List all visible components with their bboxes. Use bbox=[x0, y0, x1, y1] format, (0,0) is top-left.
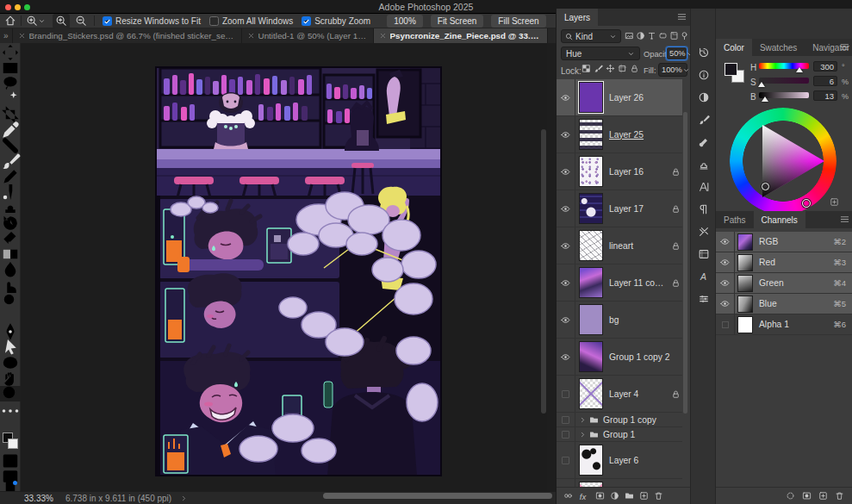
layer-name[interactable]: Layer 16 bbox=[609, 167, 669, 177]
layer-name[interactable]: Layer 26 bbox=[609, 93, 682, 103]
tab-color[interactable]: Color bbox=[716, 39, 752, 56]
channel-row[interactable]: Blue ⌘5 bbox=[716, 294, 852, 314]
fill-screen-button[interactable]: Fill Screen bbox=[491, 15, 545, 28]
zoom-in-button[interactable] bbox=[53, 14, 70, 28]
layer-visibility-toggle[interactable] bbox=[557, 227, 575, 264]
hue-value-field[interactable]: 300 bbox=[813, 61, 837, 72]
status-chevron-icon[interactable] bbox=[180, 495, 188, 502]
ring-selector[interactable] bbox=[802, 199, 811, 208]
glyphs-panel-icon[interactable]: A bbox=[691, 267, 716, 286]
layer-visibility-toggle[interactable] bbox=[557, 264, 575, 301]
channel-row[interactable]: RGB ⌘2 bbox=[716, 232, 852, 252]
layer-name[interactable]: Layer 25 bbox=[609, 130, 682, 140]
paragraph-panel-icon[interactable] bbox=[691, 200, 716, 219]
opacity-field[interactable]: 50% bbox=[666, 47, 687, 60]
layer-visibility-toggle[interactable] bbox=[557, 427, 575, 441]
layer-effects-icon[interactable]: fx bbox=[578, 490, 590, 502]
lock-position-icon[interactable] bbox=[606, 64, 615, 73]
brushes-panel-icon[interactable] bbox=[691, 133, 716, 152]
link-layers-icon[interactable] bbox=[563, 491, 573, 501]
new-channel-icon[interactable] bbox=[818, 491, 828, 501]
layer-visibility-toggle[interactable] bbox=[557, 413, 575, 426]
group-name[interactable]: Group 1 bbox=[603, 430, 682, 439]
zoom-out-button[interactable] bbox=[75, 14, 87, 28]
layer-thumbnail[interactable] bbox=[579, 445, 603, 476]
layer-row[interactable]: Layer 26 bbox=[557, 79, 682, 116]
channel-visibility-toggle[interactable] bbox=[716, 232, 735, 252]
saturation-value-field[interactable]: 6 bbox=[813, 76, 837, 86]
channel-row[interactable]: Alpha 1 ⌘6 bbox=[716, 314, 852, 335]
filter-pin-icon[interactable] bbox=[680, 31, 689, 40]
panel-menu-icon[interactable] bbox=[840, 215, 849, 224]
canvas-horizontal-scrollbar[interactable] bbox=[323, 493, 552, 499]
brush-settings-panel-icon[interactable] bbox=[691, 110, 716, 129]
channel-visibility-toggle[interactable] bbox=[716, 252, 735, 272]
background-color-swatch[interactable] bbox=[8, 439, 18, 449]
layer-visibility-toggle[interactable] bbox=[557, 190, 575, 227]
lock-transparency-icon[interactable] bbox=[581, 64, 591, 73]
tab-layers[interactable]: Layers bbox=[557, 9, 598, 26]
zoom-tool-selected[interactable] bbox=[0, 386, 21, 401]
filter-adjustment-icon[interactable] bbox=[636, 31, 645, 40]
zoom-percentage-field[interactable]: 33.33% bbox=[24, 494, 53, 503]
layer-name[interactable]: Layer 11 copy 3 bbox=[609, 278, 669, 288]
clone-source-panel-icon[interactable] bbox=[691, 155, 716, 174]
layer-row[interactable]: Group 1 copy 2 bbox=[557, 339, 682, 376]
saturation-slider-handle[interactable] bbox=[758, 82, 765, 87]
layer-visibility-toggle[interactable] bbox=[557, 376, 575, 412]
channel-row[interactable]: Red ⌘3 bbox=[716, 252, 852, 273]
zoom-100-button[interactable]: 100% bbox=[387, 15, 423, 28]
fit-screen-button[interactable]: Fit Screen bbox=[431, 15, 484, 28]
delete-layer-icon[interactable] bbox=[654, 491, 663, 501]
tool-presets-panel-icon[interactable] bbox=[691, 222, 716, 241]
artwork-canvas[interactable] bbox=[155, 66, 442, 476]
load-selection-icon[interactable] bbox=[786, 491, 795, 501]
layer-visibility-toggle[interactable] bbox=[557, 302, 575, 338]
channel-name[interactable]: Red bbox=[759, 258, 833, 267]
channel-name[interactable]: RGB bbox=[759, 237, 833, 246]
layer-name[interactable]: lineart bbox=[609, 241, 669, 251]
filter-smart-object-icon[interactable] bbox=[669, 31, 679, 40]
adjustments-panel-icon[interactable] bbox=[691, 88, 716, 107]
layer-name[interactable]: Layer 6 bbox=[609, 456, 682, 465]
filter-pixel-icon[interactable] bbox=[625, 31, 634, 40]
layer-row[interactable]: Layer 6 bbox=[557, 442, 682, 479]
layer-filter-dropdown[interactable]: Kind bbox=[561, 29, 621, 43]
layer-name[interactable]: bg bbox=[609, 315, 682, 325]
layer-row[interactable]: Layer 16 bbox=[557, 153, 682, 190]
group-name[interactable]: Group 1 copy bbox=[603, 415, 682, 425]
layer-thumbnail[interactable] bbox=[579, 267, 603, 298]
character-panel-icon[interactable] bbox=[691, 177, 716, 196]
close-tab-icon[interactable] bbox=[247, 32, 255, 40]
channel-visibility-toggle[interactable] bbox=[716, 294, 735, 314]
layer-name[interactable]: Layer 4 bbox=[609, 389, 669, 399]
tab-overflow-chevrons[interactable]: » bbox=[0, 28, 13, 43]
brightness-slider-handle[interactable] bbox=[762, 96, 768, 102]
resize-windows-checkbox[interactable]: Resize Windows to Fit bbox=[103, 14, 209, 28]
libraries-panel-icon[interactable] bbox=[691, 245, 716, 264]
zoom-all-windows-checkbox[interactable]: Zoom All Windows bbox=[209, 14, 302, 28]
channel-name[interactable]: Green bbox=[759, 278, 833, 288]
chevron-down-icon[interactable] bbox=[38, 14, 46, 28]
layer-comps-panel-icon[interactable] bbox=[691, 289, 716, 308]
canvas-vertical-scrollbar[interactable] bbox=[541, 129, 546, 414]
layer-thumbnail[interactable] bbox=[579, 341, 603, 372]
channel-visibility-toggle[interactable] bbox=[716, 273, 735, 293]
layer-row[interactable]: Layer 11 copy 3 bbox=[557, 264, 682, 302]
lock-pixels-icon[interactable] bbox=[594, 64, 603, 73]
brightness-value-field[interactable]: 13 bbox=[813, 90, 837, 101]
layer-name[interactable]: Group 1 copy 2 bbox=[609, 352, 682, 362]
collapse-triangle-icon[interactable] bbox=[579, 431, 587, 439]
layer-visibility-toggle[interactable] bbox=[557, 79, 575, 115]
layer-thumbnail[interactable] bbox=[579, 156, 603, 187]
layer-row[interactable]: Layer 25 bbox=[557, 116, 682, 153]
tab-untitled-1[interactable]: Untitled-1 @ 50% (Layer 1, RGB/8… bbox=[242, 28, 374, 43]
tab-swatches[interactable]: Swatches bbox=[752, 39, 805, 56]
layer-thumbnail[interactable] bbox=[579, 378, 603, 409]
foreground-color-swatch[interactable] bbox=[725, 63, 737, 76]
layer-visibility-toggle[interactable] bbox=[557, 116, 575, 152]
new-layer-icon[interactable] bbox=[639, 491, 649, 501]
channel-name[interactable]: Alpha 1 bbox=[759, 320, 833, 329]
layer-visibility-toggle[interactable] bbox=[557, 339, 575, 375]
tab-psyncronize-zine-piece[interactable]: Psyncronize_Zine_Piece.psd @ 33.3% (Laye… bbox=[374, 28, 548, 43]
